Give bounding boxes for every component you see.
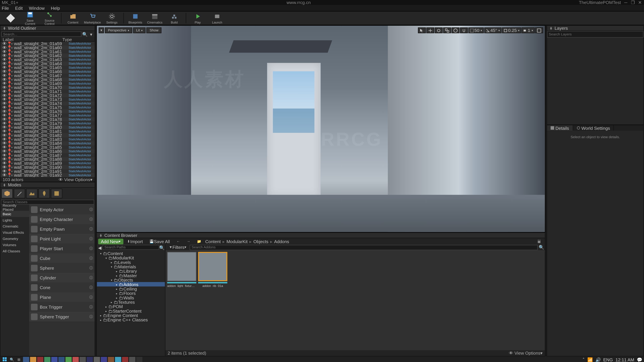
mode-landscape-tab[interactable] <box>26 189 38 198</box>
unreal-logo[interactable] <box>2 12 20 25</box>
tree-item[interactable]: ▾🗀ModularKit <box>97 256 165 260</box>
task-view-button[interactable]: ⊞ <box>16 357 22 362</box>
play-button[interactable]: Play <box>189 12 206 25</box>
taskbar-app-2[interactable] <box>30 357 36 362</box>
surface-snap-button[interactable] <box>460 27 468 33</box>
breadcrumb-item[interactable]: Addons <box>274 239 289 244</box>
tree-item[interactable]: ▸🗀Master <box>97 273 165 278</box>
viewport-canvas[interactable]: 人人素材 RRCG <box>97 26 545 232</box>
build-button[interactable]: Build <box>165 12 183 25</box>
breadcrumb-item[interactable]: Content <box>205 239 221 244</box>
tab-details[interactable]: Details <box>547 125 573 131</box>
camera-speed-value[interactable]: 1 <box>522 27 535 33</box>
taskbar-app-6[interactable] <box>58 357 64 362</box>
info-icon[interactable]: i <box>90 305 93 309</box>
tree-item[interactable]: ▸🗀Floors <box>97 291 165 295</box>
path-picker-button[interactable]: 📁 <box>194 238 204 244</box>
history-back-button[interactable]: ← <box>174 238 183 244</box>
tree-arrow-icon[interactable]: ▸ <box>114 287 119 290</box>
menu-window[interactable]: Window <box>29 6 44 11</box>
place-item[interactable]: Cubei <box>29 253 94 263</box>
tree-item[interactable]: ▸🗀StarterContent <box>97 309 165 313</box>
place-item[interactable]: Spherei <box>29 263 94 273</box>
settings-button[interactable]: Settings <box>103 12 120 25</box>
taskbar-app-13[interactable] <box>108 357 114 362</box>
menu-file[interactable]: File <box>2 6 9 11</box>
tree-item[interactable]: ▾🗀Objects <box>97 278 165 282</box>
tree-arrow-icon[interactable]: ▾ <box>109 265 114 268</box>
content-browser-header[interactable]: Content Browser <box>97 233 545 238</box>
label-column[interactable]: Label <box>3 37 62 41</box>
tree-arrow-icon[interactable]: ▸ <box>109 261 114 264</box>
taskbar-app-15[interactable] <box>122 357 128 362</box>
tree-arrow-icon[interactable]: ▸ <box>109 300 114 303</box>
tray-expand-button[interactable]: ˄ <box>582 357 585 362</box>
search-icon[interactable]: 🔍 <box>82 31 88 37</box>
asset-thumbnail[interactable] <box>167 252 196 281</box>
info-icon[interactable]: i <box>90 237 93 240</box>
asset-grid[interactable]: addon_light_fixture_01aaddon_rib_01a <box>165 250 545 350</box>
sources-toggle-button[interactable]: ◀ <box>97 245 103 250</box>
modes-category[interactable]: Geometry <box>0 236 29 242</box>
place-item[interactable]: Empty Characteri <box>29 214 94 224</box>
lit-dropdown[interactable]: Lit <box>133 27 146 33</box>
tree-arrow-icon[interactable]: ▸ <box>104 305 108 308</box>
perspective-dropdown[interactable]: Perspective <box>105 27 132 33</box>
info-icon[interactable]: i <box>90 227 93 231</box>
tree-arrow-icon[interactable]: ▸ <box>98 318 103 321</box>
tree-item[interactable]: ▸🗀POM <box>97 304 165 309</box>
taskbar-app-9[interactable] <box>80 357 86 362</box>
save-button[interactable]: Save Current <box>21 12 39 25</box>
info-icon[interactable]: i <box>90 276 93 279</box>
asset-thumbnail[interactable] <box>198 252 227 281</box>
tree-arrow-icon[interactable]: ▸ <box>98 314 103 317</box>
tree-arrow-icon[interactable]: ▸ <box>104 309 108 312</box>
search-icon[interactable]: 🔍 <box>159 245 164 250</box>
view-options-button[interactable]: 👁 View Options▾ <box>58 177 92 182</box>
transform-select-button[interactable] <box>418 27 426 33</box>
asset-tile[interactable]: addon_light_fixture_01a <box>167 252 196 287</box>
place-item[interactable]: Conei <box>29 282 94 292</box>
modes-category[interactable]: All Classes <box>0 248 29 254</box>
mode-foliage-tab[interactable] <box>38 189 50 198</box>
taskbar-app-14[interactable] <box>115 357 121 362</box>
tree-item[interactable]: ▸🗀Levels <box>97 260 165 264</box>
search-icon[interactable]: 🔍 <box>539 245 544 250</box>
place-item[interactable]: Point Lighti <box>29 234 94 243</box>
taskbar-app-5[interactable] <box>51 357 58 362</box>
info-icon[interactable]: i <box>90 266 93 270</box>
taskbar-app-8[interactable] <box>72 357 79 362</box>
place-item[interactable]: Player Starti <box>29 243 94 253</box>
tab-world-settings[interactable]: World Settings <box>573 125 614 131</box>
tray-lang[interactable]: ENG <box>603 357 613 362</box>
tree-arrow-icon[interactable]: ▸ <box>114 283 119 286</box>
taskbar-app-17[interactable] <box>136 357 142 362</box>
tree-item[interactable]: ▸🗀Engine C++ Classes <box>97 317 165 322</box>
search-button[interactable]: 🔍 <box>9 357 15 362</box>
history-forward-button[interactable]: → <box>184 238 193 244</box>
outliner-list[interactable]: 👁📍▫wall_straight_2m_01a59StaticMeshActor… <box>0 42 95 177</box>
breadcrumb-item[interactable]: Objects <box>254 239 268 244</box>
modes-category[interactable]: Recently Placed <box>0 205 29 211</box>
lock-button[interactable] <box>535 238 544 244</box>
outliner-row[interactable]: 👁📍▫wall_straight_2m_01a92StaticMeshActor <box>0 173 95 177</box>
outliner-header[interactable]: World Outliner <box>0 26 95 31</box>
tray-time[interactable]: 12:11 AM <box>616 357 634 362</box>
tray-volume-icon[interactable]: 🔊 <box>595 357 601 362</box>
taskbar-app-16[interactable] <box>129 357 135 362</box>
tree-item[interactable]: ▸🗀Textures <box>97 300 165 304</box>
layers-header[interactable]: Layers <box>547 26 644 31</box>
viewport-options-dropdown[interactable]: ▾ <box>98 27 104 33</box>
maximize-viewport-button[interactable] <box>535 27 543 33</box>
menu-edit[interactable]: Edit <box>15 6 23 11</box>
info-icon[interactable]: i <box>90 315 93 318</box>
layers-search-input[interactable] <box>547 31 644 38</box>
tree-item[interactable]: ▾🗀Content <box>97 251 165 255</box>
type-column[interactable]: Type <box>62 37 92 41</box>
marketplace-button[interactable]: Marketplace <box>84 12 101 25</box>
show-dropdown[interactable]: Show <box>146 27 162 33</box>
asset-tile[interactable]: addon_rib_01a <box>198 252 227 287</box>
place-item[interactable]: Planei <box>29 292 94 302</box>
info-icon[interactable]: i <box>90 208 93 211</box>
modes-category[interactable]: Basic <box>0 211 29 217</box>
